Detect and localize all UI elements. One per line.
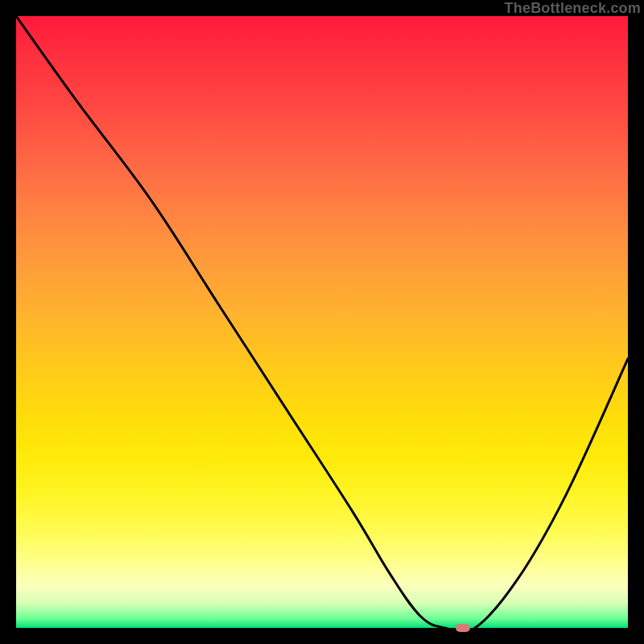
chart-frame: TheBottleneck.com: [0, 0, 644, 644]
bottleneck-curve: [16, 16, 628, 628]
curve-layer: [16, 16, 628, 628]
plot-area: [16, 16, 628, 628]
watermark-text: TheBottleneck.com: [505, 0, 641, 17]
optimal-point-marker: [456, 624, 470, 632]
